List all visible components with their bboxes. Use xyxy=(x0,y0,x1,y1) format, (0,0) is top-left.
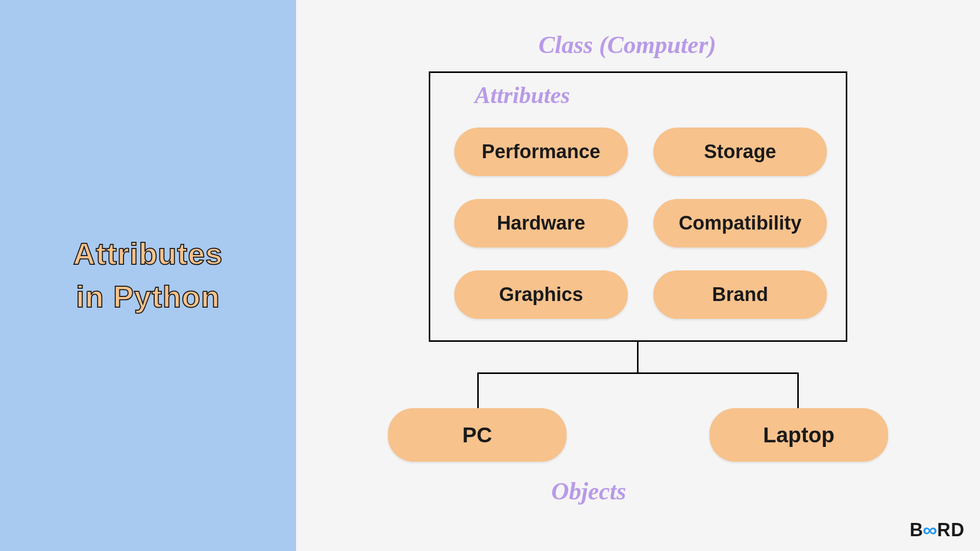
connector-vertical xyxy=(637,342,639,372)
connector-horizontal xyxy=(477,372,799,374)
objects-label: Objects xyxy=(551,477,626,505)
main-title: Attributes in Python xyxy=(73,233,223,318)
right-panel: Class (Computer) Attributes Performance … xyxy=(296,0,980,551)
connector-right xyxy=(797,372,799,408)
logo-infinity-icon: ∞ xyxy=(923,519,938,541)
attribute-compatibility: Compatibility xyxy=(653,199,827,247)
connector-left xyxy=(477,372,479,408)
logo-part2: RD xyxy=(937,519,965,540)
title-line2: in Python xyxy=(76,280,220,314)
class-label: Class (Computer) xyxy=(538,31,716,59)
attributes-label: Attributes xyxy=(475,82,570,109)
board-logo: B∞RD xyxy=(910,519,965,541)
left-panel: Attributes in Python xyxy=(0,0,296,551)
attribute-graphics: Graphics xyxy=(454,270,628,319)
attribute-performance: Performance xyxy=(454,128,628,176)
object-pc: PC xyxy=(388,408,567,462)
attribute-storage: Storage xyxy=(653,128,827,176)
logo-part1: B xyxy=(910,519,923,540)
attribute-hardware: Hardware xyxy=(454,199,628,247)
title-line1: Attributes xyxy=(73,237,223,271)
object-laptop: Laptop xyxy=(709,408,888,462)
attribute-brand: Brand xyxy=(653,270,827,319)
